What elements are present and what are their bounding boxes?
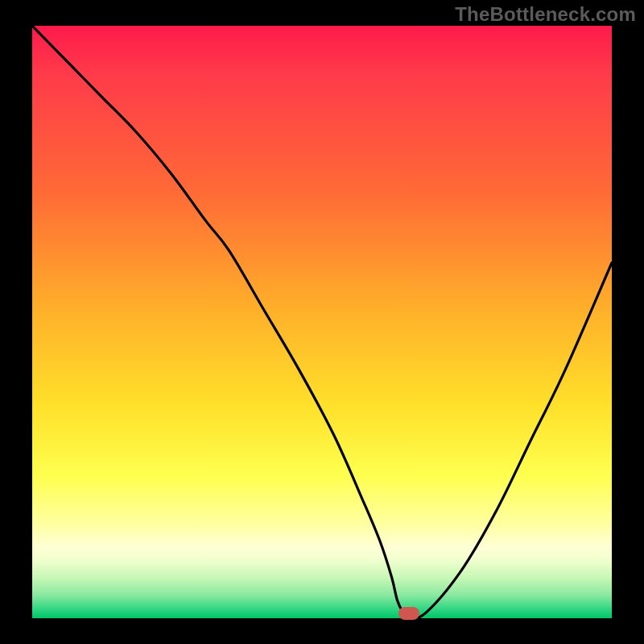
watermark-text: TheBottleneck.com <box>455 3 636 26</box>
plot-area <box>32 26 612 618</box>
bottleneck-curve <box>32 26 612 618</box>
chart-frame: TheBottleneck.com <box>0 0 644 644</box>
optimal-point-marker <box>398 607 419 620</box>
